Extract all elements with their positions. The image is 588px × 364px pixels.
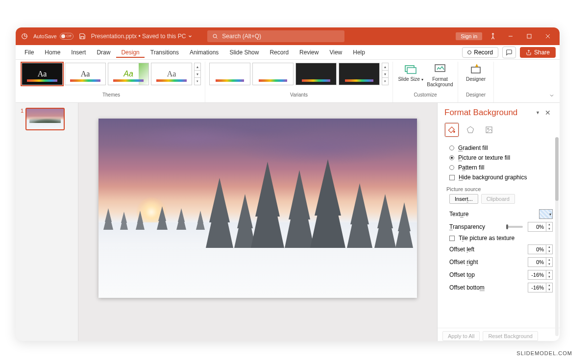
pane-tab-fill[interactable]: [444, 122, 459, 137]
menu-file[interactable]: File: [20, 47, 39, 58]
comment-icon: [506, 49, 513, 56]
menu-view[interactable]: View: [324, 47, 347, 58]
svg-rect-4: [527, 34, 531, 38]
thumbnail-item[interactable]: 1: [19, 108, 75, 130]
comments-button[interactable]: [502, 47, 516, 58]
apply-to-all-button[interactable]: Apply to All: [442, 331, 480, 341]
checkbox-tile-picture[interactable]: Tile picture as texture: [449, 233, 553, 243]
offset-left-spinner[interactable]: ▲▼: [528, 244, 553, 254]
format-background-pane: Format Background ▼ ✕ Gradient fill Pict…: [437, 103, 560, 341]
pane-close-button[interactable]: ✕: [543, 108, 553, 118]
offset-right-spinner[interactable]: ▲▼: [528, 257, 553, 267]
menu-slideshow[interactable]: Slide Show: [224, 47, 264, 58]
app-window: AutoSave Off Presentation.pptx • Saved t…: [16, 27, 560, 341]
slide-size-button[interactable]: Slide Size ▾: [397, 63, 424, 82]
designer-group-label: Designer: [466, 90, 486, 98]
sign-in-button[interactable]: Sign in: [456, 32, 482, 40]
ribbon-group-themes: Aa Aa Aa Aa ▲▼▾ Themes: [18, 62, 205, 102]
chevron-down-icon: [188, 34, 193, 39]
variant-swatch-2[interactable]: [252, 63, 294, 85]
pane-tab-picture[interactable]: [482, 122, 496, 137]
offset-bottom-spinner[interactable]: ▲▼: [528, 283, 553, 292]
themes-scroll[interactable]: ▲▼▾: [194, 63, 201, 85]
paint-bucket-icon: [447, 125, 456, 134]
share-button[interactable]: Share: [520, 47, 556, 58]
checkbox-hide-bg-graphics[interactable]: Hide background graphics: [449, 172, 553, 182]
transparency-spinner[interactable]: ▲▼: [528, 222, 553, 232]
theme-swatch-4[interactable]: Aa: [151, 63, 192, 85]
ribbon-group-variants: ▲▼▾ Variants: [205, 62, 393, 102]
menu-design[interactable]: Design: [116, 47, 144, 58]
svg-point-1: [213, 34, 217, 38]
variant-swatch-1[interactable]: [209, 63, 250, 85]
texture-label: Texture: [449, 211, 536, 218]
document-title[interactable]: Presentation.pptx • Saved to this PC: [91, 33, 193, 40]
watermark: SLIDEMODEL.COM: [516, 350, 572, 356]
pane-scrollbar[interactable]: [555, 137, 559, 336]
texture-picker[interactable]: ▾: [539, 209, 553, 219]
coming-soon-icon[interactable]: [489, 32, 497, 40]
variant-swatch-4[interactable]: [339, 63, 380, 85]
maximize-button[interactable]: [522, 29, 536, 43]
transparency-slider[interactable]: [506, 226, 523, 228]
search-input[interactable]: Search (Alt+Q): [207, 30, 344, 42]
insert-picture-button[interactable]: Insert...: [449, 194, 478, 204]
svg-line-2: [217, 37, 218, 38]
autosave-label: AutoSave: [33, 33, 57, 39]
menu-bar: File Home Insert Draw Design Transitions…: [16, 45, 560, 60]
save-icon[interactable]: [78, 32, 86, 40]
menu-transitions[interactable]: Transitions: [146, 47, 184, 58]
search-icon: [212, 33, 218, 39]
slide-canvas-area[interactable]: [78, 103, 437, 341]
powerpoint-icon: [21, 32, 28, 40]
menu-review[interactable]: Review: [294, 47, 323, 58]
svg-point-14: [488, 128, 489, 130]
ribbon-collapse-button[interactable]: [546, 90, 558, 102]
theme-swatch-1[interactable]: Aa: [22, 63, 63, 85]
format-background-icon: [434, 63, 446, 75]
slide-size-icon: [404, 63, 417, 75]
menu-help[interactable]: Help: [348, 47, 370, 58]
share-icon: [526, 49, 532, 55]
slide[interactable]: [98, 119, 417, 298]
radio-pattern-fill[interactable]: Pattern fill: [449, 163, 553, 172]
offset-left-label: Offset left: [449, 246, 525, 253]
offset-top-label: Offset top: [449, 271, 525, 278]
pane-options-dropdown[interactable]: ▼: [536, 110, 540, 115]
pane-tab-effects[interactable]: [463, 122, 478, 137]
reset-background-button[interactable]: Reset Background: [483, 331, 538, 341]
menu-record[interactable]: Record: [265, 47, 294, 58]
svg-marker-12: [467, 126, 473, 133]
chevron-down-icon: [549, 93, 555, 98]
menu-insert[interactable]: Insert: [66, 47, 91, 58]
slide-thumbnail-1[interactable]: [25, 108, 65, 130]
svg-rect-11: [471, 67, 480, 73]
close-button[interactable]: [541, 29, 555, 43]
variant-swatch-3[interactable]: [295, 63, 337, 85]
search-placeholder: Search (Alt+Q): [222, 33, 261, 40]
autosave-toggle[interactable]: AutoSave Off: [33, 33, 74, 40]
radio-picture-fill[interactable]: Picture or texture fill: [449, 153, 553, 163]
menu-draw[interactable]: Draw: [92, 47, 115, 58]
theme-swatch-2[interactable]: Aa: [65, 63, 106, 85]
transparency-label: Transparency: [449, 223, 503, 230]
designer-button[interactable]: Designer: [462, 63, 490, 82]
theme-swatch-3[interactable]: Aa: [108, 63, 149, 85]
clipboard-button: Clipboard: [481, 194, 515, 204]
variants-scroll[interactable]: ▲▼▾: [382, 63, 389, 85]
svg-rect-10: [435, 65, 445, 72]
ribbon-group-customize: Slide Size ▾ Format Background Customize: [393, 62, 458, 102]
radio-gradient-fill[interactable]: Gradient fill: [449, 143, 553, 153]
format-background-button[interactable]: Format Background: [426, 63, 454, 87]
slide-trees-foreground: [98, 170, 417, 248]
customize-group-label: Customize: [414, 90, 437, 98]
minimize-button[interactable]: [504, 29, 517, 43]
record-button[interactable]: Record: [462, 47, 498, 58]
menu-animations[interactable]: Animations: [185, 47, 223, 58]
toggle-switch[interactable]: Off: [60, 33, 74, 40]
themes-group-label: Themes: [102, 90, 120, 98]
offset-top-spinner[interactable]: ▲▼: [528, 270, 553, 280]
slide-number: 1: [19, 108, 24, 130]
menu-home[interactable]: Home: [40, 47, 65, 58]
picture-source-label: Picture source: [446, 186, 553, 192]
